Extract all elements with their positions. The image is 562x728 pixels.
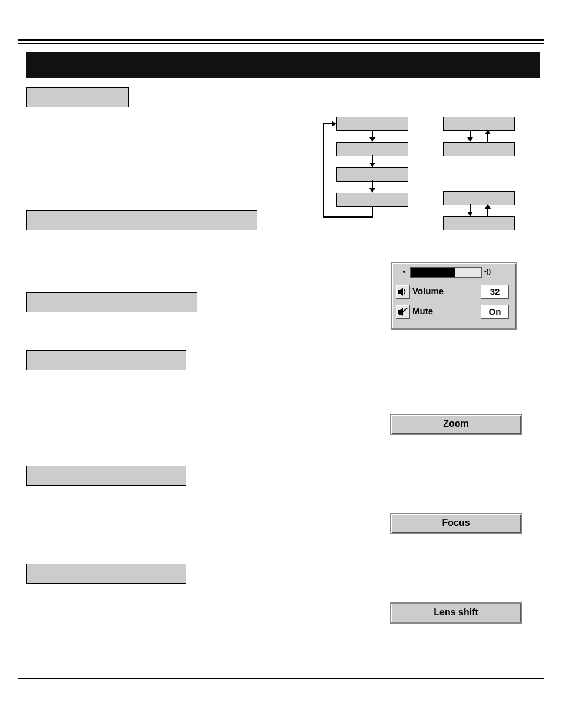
left-bar-5 — [26, 466, 186, 486]
flow-col1-seg-2 — [372, 155, 373, 163]
flow-col1-return-down — [372, 206, 373, 216]
flow-col1-return-arrow — [332, 121, 336, 127]
flow-col2b-seg-up — [487, 209, 488, 216]
flow-col1-return-across — [323, 216, 373, 218]
vol-radiate-icon: •)) — [484, 268, 491, 275]
volume-panel: •)) Volume 32 Mute On — [391, 262, 517, 330]
flow-col2b-arrow-up — [485, 204, 491, 209]
focus-button[interactable]: Focus — [390, 513, 522, 534]
page: •)) Volume 32 Mute On Zoom Focus Lens sh… — [0, 0, 562, 728]
volume-value: 32 — [481, 285, 509, 299]
top-rule-1 — [18, 39, 544, 41]
flow-col1-seg-3 — [372, 180, 373, 188]
flow-col1-return-up — [323, 123, 324, 218]
left-bar-3 — [26, 292, 197, 312]
mute-icon — [396, 305, 410, 319]
left-bar-2 — [26, 210, 257, 230]
vol-dot-left — [403, 271, 405, 273]
volume-label: Volume — [412, 286, 444, 296]
flow-col2a-arrow-down — [467, 137, 473, 142]
flow-col1-arrow-1 — [369, 137, 375, 142]
top-rule-2 — [18, 43, 544, 44]
footer-rule — [18, 678, 544, 679]
flow-col1-box-1 — [336, 117, 408, 131]
flow-col1-box-4 — [336, 193, 408, 207]
lens-shift-button[interactable]: Lens shift — [390, 602, 522, 624]
mute-label: Mute — [412, 306, 433, 316]
flow-col2a-seg-down — [470, 130, 471, 137]
flow-col1-box-2 — [336, 142, 408, 156]
left-bar-6 — [26, 564, 186, 584]
left-bar-4 — [26, 350, 186, 370]
flow-col2a-box-1 — [443, 117, 515, 131]
section-header-bar — [26, 52, 540, 78]
zoom-button[interactable]: Zoom — [390, 414, 522, 435]
volume-bar-fill — [411, 268, 455, 277]
flow-col2b-arrow-down — [467, 212, 473, 216]
flow-col2b-box-1 — [443, 191, 515, 205]
flow-col1-arrow-3 — [369, 188, 375, 193]
flow-col1-header-rule — [336, 103, 408, 103]
left-bar-1 — [26, 87, 129, 107]
flow-col2b-box-2 — [443, 216, 515, 230]
flow-col2a-arrow-up — [485, 130, 491, 134]
flow-col2b-header-rule — [443, 177, 515, 177]
speaker-icon — [396, 285, 410, 299]
flow-col1-arrow-2 — [369, 163, 375, 167]
flow-col2a-header-rule — [443, 103, 515, 103]
mute-value: On — [481, 305, 509, 319]
volume-bar-track[interactable] — [410, 267, 482, 278]
flow-col2a-seg-up — [487, 134, 488, 142]
flow-col2b-seg-down — [470, 204, 471, 212]
flow-col1-box-3 — [336, 167, 408, 182]
flow-col2a-box-2 — [443, 142, 515, 156]
svg-marker-0 — [398, 288, 403, 296]
flow-col1-seg-1 — [372, 130, 373, 137]
